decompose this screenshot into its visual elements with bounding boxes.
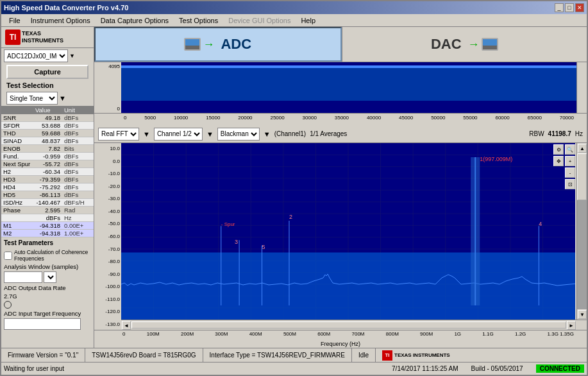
codes-plot (121, 62, 576, 113)
hscroll-thumb[interactable] (131, 321, 566, 329)
close-button[interactable]: ✕ (575, 3, 584, 12)
idle-label: Idle (358, 352, 369, 359)
param-extra (87, 230, 94, 237)
x-axis-freq-label: Frequency (Hz) (94, 340, 587, 348)
param-label: ISD/Hz (1, 199, 33, 207)
device-mode-indicator: ▼ (69, 53, 75, 59)
params-row: ISD/Hz -140.467 dBFs/H (1, 199, 94, 207)
freq-input[interactable]: 0.000000000 (4, 318, 81, 330)
xa-100m: 100M (147, 331, 160, 339)
param-value: 7.82 (33, 145, 62, 153)
noise-floor-fill (121, 253, 575, 320)
hscroll-track (131, 321, 566, 329)
analysis-window-input[interactable]: 65536 (4, 271, 42, 283)
hscroll-left[interactable]: ◄ (122, 321, 131, 330)
zoom-out-button[interactable]: + (565, 156, 575, 166)
param-unit: 1.00E+ (62, 230, 87, 237)
bottom-bar: Waiting for user input 7/14/2017 11:15:2… (1, 362, 587, 375)
codes-x-20000: 20000 (238, 115, 252, 124)
xa-1g: 1G (454, 331, 461, 339)
codes-section: 4095 0 (94, 62, 587, 114)
hscroll-right[interactable]: ► (567, 321, 576, 330)
xa-700m: 700M (352, 331, 365, 339)
param-extra (87, 191, 94, 199)
plot-tools: 🔍 + - ⊡ (565, 144, 575, 189)
param-value: -55.72 (33, 160, 62, 168)
xa-400m: 400M (249, 331, 262, 339)
menu-file[interactable]: File (4, 15, 26, 26)
params-row: SFDR 53.688 dBFs (1, 122, 94, 130)
params-col-value: Value (33, 106, 62, 114)
capture-button[interactable]: Capture (6, 65, 88, 79)
analysis-window-label: Analysis Window (samples) (1, 262, 94, 271)
codes-x-15000: 15000 (206, 115, 220, 124)
channel-select[interactable]: Channel 1/2 (154, 128, 203, 141)
param-value: 49.18 (33, 114, 62, 122)
test-type-row: Single Tone ▼ (1, 90, 94, 106)
param-extra (87, 153, 94, 160)
param-value: 2.595 (33, 207, 62, 214)
auto-coherent-checkbox[interactable] (4, 252, 12, 260)
params-row: HD4 -75.292 dBFs (1, 184, 94, 191)
menu-test-options[interactable]: Test Options (174, 15, 223, 26)
spectrum-x-axis: 0 100M 200M 300M 400M 500M 600M 700M 800… (121, 330, 575, 340)
y-60n: -60.0 (96, 234, 120, 239)
plot-tools-2: ⚙ ✥ (553, 144, 564, 166)
zoom-in-button[interactable]: 🔍 (565, 144, 575, 155)
monitor-icon-dac (482, 38, 498, 51)
arrow-icon-adc: → (203, 38, 214, 51)
autoscale-button[interactable]: ⊡ (565, 179, 575, 189)
param-extra (87, 130, 94, 137)
controls-bar: Real FFT ▼ Channel 1/2 ▼ Blackman ▼ (Cha… (94, 125, 587, 143)
xa-600m: 600M (317, 331, 330, 339)
menu-help[interactable]: Help (296, 15, 321, 26)
spectrum-svg: 1(997.009M) 2 - Spur 3 4 (121, 143, 575, 320)
spectrum-plot: 🔍 + - ⊡ ⚙ ✥ (121, 143, 587, 320)
analysis-window-select[interactable]: ▼ (44, 271, 56, 283)
params-row: HD5 -86.113 dBFs (1, 191, 94, 199)
xa-300m: 300M (215, 331, 228, 339)
menu-data-capture[interactable]: Data Capture Options (96, 15, 174, 26)
vscroll-down[interactable]: ▼ (578, 310, 587, 319)
datetime-label: 7/14/2017 11:15:25 AM (392, 365, 458, 372)
vscroll-up[interactable]: ▲ (578, 144, 587, 153)
maximize-button[interactable]: □ (565, 3, 574, 12)
y-70n: -70.0 (96, 246, 120, 252)
param-unit: dBFs (62, 130, 87, 137)
device-select[interactable]: ADC12DJx00_IMODE (4, 49, 68, 62)
build-label: Build - 05/05/2017 (471, 365, 523, 372)
settings-button[interactable]: ⚙ (553, 144, 564, 155)
param-extra (87, 199, 94, 207)
param-unit: dBFs (62, 137, 87, 145)
codes-max: 4095 (96, 64, 120, 69)
adc-tab[interactable]: → ADC (94, 27, 342, 62)
y-40n: -40.0 (96, 209, 120, 214)
params-row: SINAD 48.837 dBFs (1, 137, 94, 145)
dac-tab[interactable]: DAC → (342, 27, 587, 62)
test-type-select[interactable]: Single Tone (6, 92, 58, 105)
rbw-value: 41198.7 (548, 130, 571, 137)
minimize-button[interactable]: _ (555, 3, 564, 12)
vscroll-thumb[interactable] (577, 153, 587, 200)
y-110n: -110.0 (96, 296, 120, 302)
zoom-reset-button[interactable]: - (565, 167, 575, 178)
auto-coherent-label: Auto Calculation of Coherence Frequencie… (14, 249, 91, 262)
param-label: M1 (1, 222, 33, 230)
y-80n: -80.0 (96, 259, 120, 264)
connected-badge: CONNECTED (536, 364, 584, 373)
fft-type-select[interactable]: Real FFT (98, 128, 139, 141)
output-rate-value: 2.7G (1, 292, 94, 300)
window-fn-select[interactable]: Blackman (217, 128, 260, 141)
annot3-text: 3 (235, 239, 238, 245)
xa-900m: 900M (420, 331, 433, 339)
y-120n: -120.0 (96, 309, 120, 314)
codes-min: 0 (96, 106, 120, 112)
scroll-corner (576, 320, 587, 330)
pan-button[interactable]: ✥ (553, 156, 564, 166)
menu-device-gui[interactable]: Device GUI Options (223, 15, 296, 26)
menu-instrument-options[interactable]: Instrument Options (26, 15, 96, 26)
dac-tab-icons: → (468, 38, 498, 51)
params-row: Phase 2.595 Rad (1, 207, 94, 214)
spectrum-vscrollbar[interactable]: ▲ ▼ (576, 143, 587, 320)
monitor-icon-adc (184, 38, 201, 51)
